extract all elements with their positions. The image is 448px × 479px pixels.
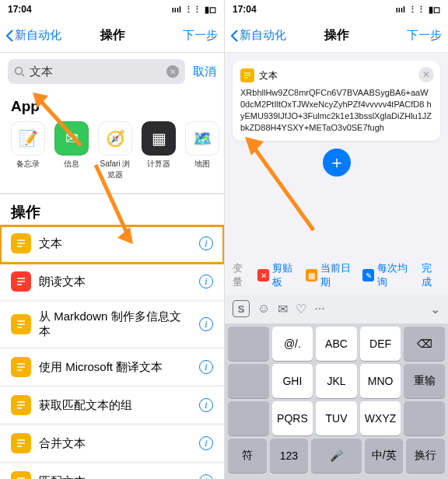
nav-bar: 新自动化 操作 下一步 (225, 19, 448, 53)
action-icon (11, 433, 31, 453)
action-row[interactable]: 合并文本i (0, 425, 224, 463)
nav-back-button[interactable]: 新自动化 (6, 28, 61, 43)
variable-chip[interactable]: ✎每次均询 (362, 261, 415, 289)
action-row[interactable]: 朗读文本i (0, 264, 224, 302)
text-action-icon (240, 68, 254, 82)
heart-icon[interactable]: ♡ (296, 302, 306, 316)
key[interactable]: PQRS (272, 401, 313, 435)
key[interactable]: 重输 (404, 364, 445, 398)
action-icon (11, 471, 31, 479)
app-icon: ▦ (142, 121, 176, 156)
key[interactable]: ABC (316, 327, 357, 361)
chip-label: 每次均询 (377, 261, 415, 289)
key[interactable]: 中/英 (365, 439, 404, 473)
key[interactable] (228, 327, 269, 361)
key[interactable] (228, 364, 269, 398)
search-input[interactable]: 文本 ✕ (8, 59, 185, 84)
app-label: 计算器 (142, 159, 176, 170)
status-bar: 17:04 ıııl ⋮⋮ ▮◻ (225, 0, 448, 19)
key[interactable]: TUV (316, 401, 357, 435)
nav-next-button[interactable]: 下一步 (387, 28, 442, 43)
action-row[interactable]: 获取匹配文本的组i (0, 387, 224, 425)
done-button[interactable]: 完成 (422, 261, 440, 289)
variable-chip[interactable]: ✕剪贴板 (257, 261, 300, 289)
action-label: 从 Markdown 制作多信息文本 (39, 309, 191, 339)
key[interactable]: 🎤 (311, 439, 362, 473)
nav-title: 操作 (100, 27, 125, 44)
search-value: 文本 (30, 65, 162, 79)
chevron-left-icon (231, 30, 238, 42)
action-label: 获取匹配文本的组 (39, 398, 191, 413)
action-label: 合并文本 (39, 436, 191, 451)
search-icon (14, 66, 25, 77)
app-icon: 🧭 (98, 121, 132, 156)
envelope-icon[interactable]: ✉ (278, 302, 288, 316)
clear-icon[interactable]: ✕ (166, 65, 179, 78)
variable-bar: 变量 ✕剪贴板▦当前日期✎每次均询 完成 (225, 257, 448, 294)
dismiss-keyboard-icon[interactable]: ⌄ (430, 302, 440, 316)
nav-back-button[interactable]: 新自动化 (231, 28, 286, 43)
key[interactable]: 符 (228, 439, 267, 473)
key[interactable]: GHI (272, 364, 313, 398)
key[interactable]: MNO (360, 364, 401, 398)
status-time: 17:04 (233, 4, 257, 15)
more-icon[interactable]: ··· (314, 302, 324, 316)
cancel-button[interactable]: 取消 (193, 65, 216, 79)
info-icon[interactable]: i (199, 274, 213, 288)
card-header: 文本 (240, 68, 432, 82)
key[interactable] (404, 401, 445, 435)
text-action-card[interactable]: 文本 ✕ XRbhllHw9ZC8mrQFCn6V7BVAABSygBA6+aa… (233, 61, 440, 141)
app-3[interactable]: ▦计算器 (142, 121, 176, 180)
action-icon (11, 395, 31, 415)
status-time: 17:04 (8, 4, 32, 15)
info-icon[interactable]: i (199, 317, 213, 331)
key[interactable]: ⌫ (404, 327, 445, 361)
key[interactable]: @/. (272, 327, 313, 361)
annotation-arrow-icon (242, 134, 320, 235)
app-label: 备忘录 (11, 159, 45, 170)
nav-next-button[interactable]: 下一步 (163, 28, 218, 43)
status-bar: 17:04 ıııl ⋮⋮ ▮◻ (0, 0, 224, 19)
action-icon (11, 233, 31, 253)
key[interactable]: 123 (270, 439, 309, 473)
varbar-label: 变量 (233, 261, 251, 289)
status-right: ıııl ⋮⋮ ▮◻ (172, 5, 216, 15)
nav-title: 操作 (324, 27, 349, 44)
chip-icon: ▦ (306, 269, 317, 281)
status-right: ıııl ⋮⋮ ▮◻ (396, 5, 440, 15)
action-row[interactable]: 从 Markdown 制作多信息文本i (0, 302, 224, 349)
key[interactable] (228, 401, 269, 435)
key[interactable]: 换行 (406, 439, 445, 473)
annotation-arrow-icon (31, 89, 87, 150)
chevron-left-icon (6, 30, 13, 42)
action-label: 匹配文本 (39, 474, 191, 480)
action-icon (11, 271, 31, 292)
key[interactable]: JKL (316, 364, 357, 398)
card-close-button[interactable]: ✕ (418, 67, 434, 82)
info-icon[interactable]: i (199, 360, 213, 374)
chip-label: 当前日期 (320, 261, 359, 289)
action-row[interactable]: 使用 Microsoft 翻译文本i (0, 349, 224, 387)
search-row: 文本 ✕ 取消 (0, 53, 224, 90)
add-action-button[interactable]: ＋ (323, 149, 351, 177)
variable-chip[interactable]: ▦当前日期 (306, 261, 358, 289)
app-icon: 🗺️ (185, 121, 219, 156)
actions-list: 文本i朗读文本i从 Markdown 制作多信息文本i使用 Microsoft … (0, 226, 224, 479)
screen-text-action: 17:04 ıııl ⋮⋮ ▮◻ 新自动化 操作 下一步 文本 ✕ XRbhll… (224, 0, 448, 479)
sogou-icon[interactable]: S (233, 300, 250, 317)
info-icon[interactable]: i (199, 236, 213, 250)
action-label: 朗读文本 (39, 274, 191, 289)
nav-bar: 新自动化 操作 下一步 (0, 19, 224, 53)
info-icon[interactable]: i (199, 398, 213, 412)
info-icon[interactable]: i (199, 474, 213, 479)
app-label: 信息 (54, 159, 89, 170)
info-icon[interactable]: i (199, 436, 213, 450)
chip-label: 剪贴板 (272, 261, 300, 289)
action-row[interactable]: 匹配文本i (0, 463, 224, 479)
key[interactable]: DEF (360, 327, 401, 361)
chip-icon: ✕ (257, 269, 269, 281)
key[interactable]: WXYZ (360, 401, 401, 435)
app-4[interactable]: 🗺️地图 (185, 121, 219, 180)
emoji-icon[interactable]: ☺ (257, 302, 270, 316)
card-body-text[interactable]: XRbhllHw9ZC8mrQFCn6V7BVAABSygBA6+aaW0dcM… (240, 87, 432, 133)
